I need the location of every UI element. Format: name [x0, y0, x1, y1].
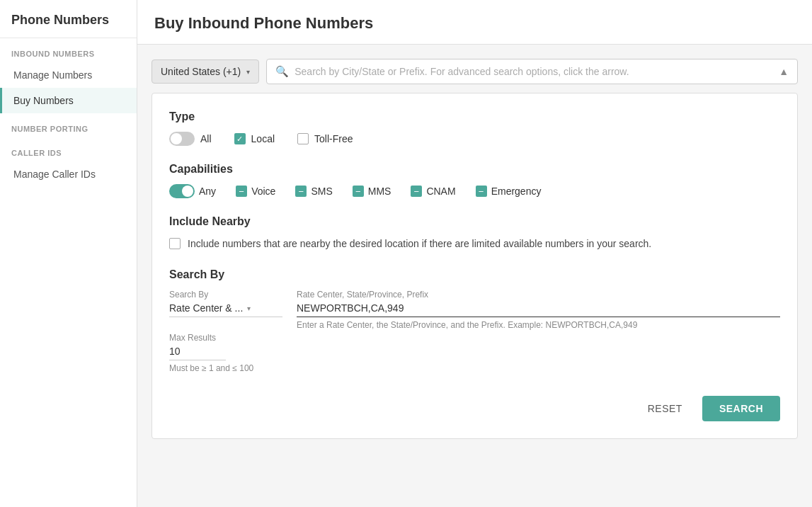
chevron-down-icon: ▾: [246, 68, 250, 76]
cap-emergency-label: Emergency: [491, 186, 542, 197]
search-bar: 🔍 ▲: [266, 59, 798, 84]
cap-option-emergency[interactable]: Emergency: [476, 186, 542, 197]
cap-cnam-label: CNAM: [426, 186, 455, 197]
capabilities-section: Capabilities Any Voice: [169, 163, 780, 198]
toll-free-checkbox[interactable]: [297, 133, 309, 144]
sidebar: Phone Numbers INBOUND NUMBERS Manage Num…: [0, 0, 137, 507]
max-results-input[interactable]: [169, 346, 226, 360]
include-nearby-row: Include numbers that are nearby the desi…: [169, 237, 780, 251]
rate-center-field: Rate Center, State/Province, Prefix Ente…: [297, 290, 780, 330]
type-option-toll-free[interactable]: Toll-Free: [297, 133, 353, 144]
cap-any-label: Any: [199, 186, 216, 197]
cap-option-voice[interactable]: Voice: [236, 186, 275, 197]
search-by-value: Rate Center & ...: [169, 302, 243, 314]
sidebar-section-number-porting: Number Porting: [0, 113, 137, 137]
cap-option-any[interactable]: Any: [169, 184, 216, 198]
search-by-field-label: Search By: [169, 290, 282, 300]
type-all-label: All: [200, 133, 212, 144]
emergency-minus-icon[interactable]: [476, 186, 487, 197]
max-results-field: Max Results Must be ≥ 1 and ≤ 100: [169, 333, 780, 373]
any-toggle[interactable]: [169, 184, 195, 198]
include-nearby-description: Include numbers that are nearby the desi…: [188, 237, 651, 251]
country-select-label: United States (+1): [161, 66, 241, 77]
search-button[interactable]: SEARCH: [702, 396, 780, 421]
rate-center-hint: Enter a Rate Center, the State/Province,…: [297, 320, 780, 330]
include-nearby-section: Include Nearby Include numbers that are …: [169, 215, 780, 251]
any-toggle-knob: [182, 186, 193, 197]
max-results-hint: Must be ≥ 1 and ≤ 100: [169, 363, 780, 373]
type-title: Type: [169, 110, 780, 123]
search-input[interactable]: [295, 66, 773, 77]
include-nearby-title: Include Nearby: [169, 215, 780, 228]
include-nearby-checkbox[interactable]: [169, 238, 181, 249]
cap-voice-label: Voice: [251, 186, 275, 197]
search-by-title: Search By: [169, 268, 780, 281]
all-toggle[interactable]: [169, 132, 195, 146]
type-option-local[interactable]: Local: [234, 133, 275, 144]
capabilities-row: Any Voice SMS MMS: [169, 184, 780, 198]
collapse-arrow-icon[interactable]: ▲: [779, 66, 789, 77]
search-icon: 🔍: [275, 65, 289, 78]
type-toll-free-label: Toll-Free: [314, 133, 353, 144]
voice-minus-icon[interactable]: [236, 186, 247, 197]
local-checkbox[interactable]: [234, 133, 246, 144]
cap-option-cnam[interactable]: CNAM: [411, 186, 455, 197]
capabilities-title: Capabilities: [169, 163, 780, 176]
cap-sms-label: SMS: [311, 186, 332, 197]
search-by-section: Search By Search By Rate Center & ... ▾ …: [169, 268, 780, 373]
sidebar-section-caller-ids: CALLER IDS: [0, 137, 137, 161]
sidebar-item-manage-caller-ids[interactable]: Manage Caller IDs: [0, 161, 137, 187]
any-toggle-wrap[interactable]: [169, 184, 195, 198]
cap-option-sms[interactable]: SMS: [295, 186, 332, 197]
sidebar-item-buy-numbers[interactable]: Buy Numbers: [0, 88, 137, 113]
filter-bar: United States (+1) ▾ 🔍 ▲: [151, 59, 798, 84]
main-area: Buy Inbound Phone Numbers United States …: [137, 0, 812, 507]
max-results-label: Max Results: [169, 333, 780, 343]
type-section: Type All Local: [169, 110, 780, 146]
cnam-minus-icon[interactable]: [411, 186, 422, 197]
type-options-row: All Local Toll-Free: [169, 132, 780, 146]
type-local-label: Local: [251, 133, 275, 144]
type-option-all[interactable]: All: [169, 132, 212, 146]
action-row: RESET SEARCH: [169, 390, 780, 421]
rate-center-input[interactable]: [297, 302, 780, 317]
sidebar-section-inbound: INBOUND NUMBERS: [0, 38, 137, 62]
search-by-select[interactable]: Rate Center & ... ▾: [169, 302, 282, 317]
rate-center-label: Rate Center, State/Province, Prefix: [297, 290, 780, 300]
sms-minus-icon[interactable]: [295, 186, 307, 197]
main-header: Buy Inbound Phone Numbers: [137, 0, 812, 45]
search-by-grid: Search By Rate Center & ... ▾ Rate Cente…: [169, 290, 780, 330]
sidebar-item-manage-numbers[interactable]: Manage Numbers: [0, 62, 137, 88]
main-content: United States (+1) ▾ 🔍 ▲ Type: [137, 45, 812, 507]
cap-mms-label: MMS: [368, 186, 391, 197]
mms-minus-icon[interactable]: [353, 186, 364, 197]
search-by-chevron-icon: ▾: [247, 304, 251, 312]
dropdown-panel: Type All Local: [151, 93, 798, 439]
reset-button[interactable]: RESET: [636, 396, 694, 421]
sidebar-title: Phone Numbers: [0, 0, 137, 38]
all-toggle-knob: [171, 133, 182, 144]
search-by-field: Search By Rate Center & ... ▾: [169, 290, 282, 330]
all-toggle-wrap[interactable]: [169, 132, 195, 146]
country-select[interactable]: United States (+1) ▾: [151, 59, 259, 84]
page-title: Buy Inbound Phone Numbers: [154, 14, 795, 33]
cap-option-mms[interactable]: MMS: [353, 186, 391, 197]
